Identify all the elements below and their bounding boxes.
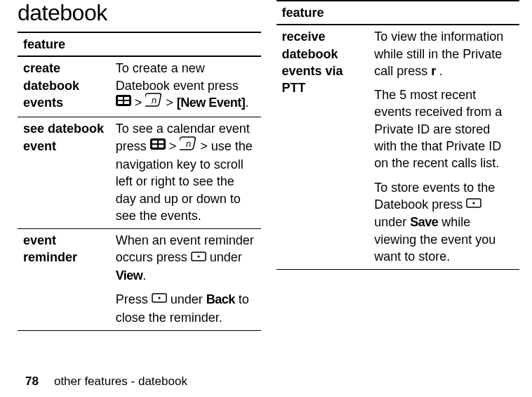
table-row: create datebook events To create a new D… [18,56,261,117]
text: The 5 most recent events received from a… [374,86,514,171]
menu-label: [New Event] [177,96,246,110]
menu-key-icon [116,93,131,110]
page-footer: 78other features - datebook [25,375,187,389]
feature-table-right: feature receive datebook events via PTT … [277,0,520,270]
text: under [374,215,410,229]
key-label: Back [206,292,235,306]
text: > [131,96,146,110]
feature-name: see datebook event [18,117,110,229]
text: > [162,96,177,110]
feature-desc: When an event reminder occurs press unde… [110,229,261,331]
feature-name: receive datebook events via PTT [277,25,369,269]
text: . [245,96,248,110]
table-row: see datebook event To see a calendar eve… [18,117,261,229]
feature-desc: To see a calendar event press > > use th… [110,117,261,229]
text: . [142,268,146,282]
text: Press [116,292,152,306]
table-row: event reminder When an event reminder oc… [18,229,261,331]
page-heading: datebook [18,0,261,26]
text: under [206,250,242,264]
feature-table-left: feature create datebook events To create… [18,32,261,331]
text: To create a new Datebook event press [116,61,239,92]
page-number: 78 [25,375,39,388]
key-label: View [116,268,143,282]
feature-name: create datebook events [18,56,110,117]
softkey-icon [191,249,206,266]
key-label: Save [410,215,438,229]
text: under [167,292,206,306]
page-key-icon [180,136,197,155]
table-header: feature [18,32,261,56]
page-key-icon [145,93,162,111]
menu-key-icon [150,137,166,154]
table-row: receive datebook events via PTT To view … [277,25,520,269]
feature-name: event reminder [18,229,110,331]
softkey-icon [466,195,481,212]
text: . [436,64,443,78]
feature-desc: To create a new Datebook event press > >… [110,56,261,117]
softkey-icon [152,290,167,307]
feature-desc: To view the information while still in t… [368,25,519,269]
table-header: feature [277,1,520,25]
footer-text: other features - datebook [54,375,187,388]
text: > [166,139,180,153]
